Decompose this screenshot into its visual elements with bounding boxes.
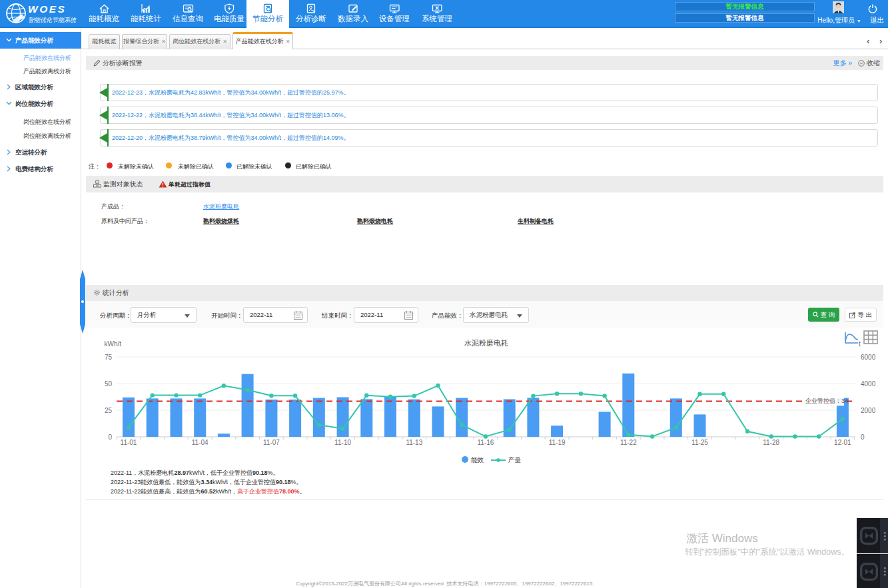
svg-text:50: 50 [105,380,113,388]
svg-text:11-22: 11-22 [620,439,637,446]
svg-text:75: 75 [105,354,113,361]
svg-text:11-16: 11-16 [477,439,494,446]
svg-text:2000: 2000 [861,407,876,414]
svg-text:kWh/t: kWh/t [104,340,121,348]
svg-text:11-10: 11-10 [334,439,351,446]
svg-text:0: 0 [861,434,865,441]
svg-text:11-04: 11-04 [192,439,209,446]
svg-text:企业管控值：34: 企业管控值：34 [805,398,848,404]
svg-text:t: t [859,340,861,348]
svg-text:11-19: 11-19 [549,439,566,446]
svg-text:11-01: 11-01 [121,439,137,446]
svg-text:11-28: 11-28 [763,439,779,446]
svg-text:25: 25 [105,407,113,414]
svg-text:4000: 4000 [861,380,876,388]
svg-text:11-25: 11-25 [691,439,708,446]
svg-text:6000: 6000 [861,354,876,361]
svg-text:11-13: 11-13 [406,439,422,446]
svg-text:12-01: 12-01 [834,439,851,446]
svg-text:0: 0 [108,434,112,441]
svg-text:11-07: 11-07 [263,439,280,446]
